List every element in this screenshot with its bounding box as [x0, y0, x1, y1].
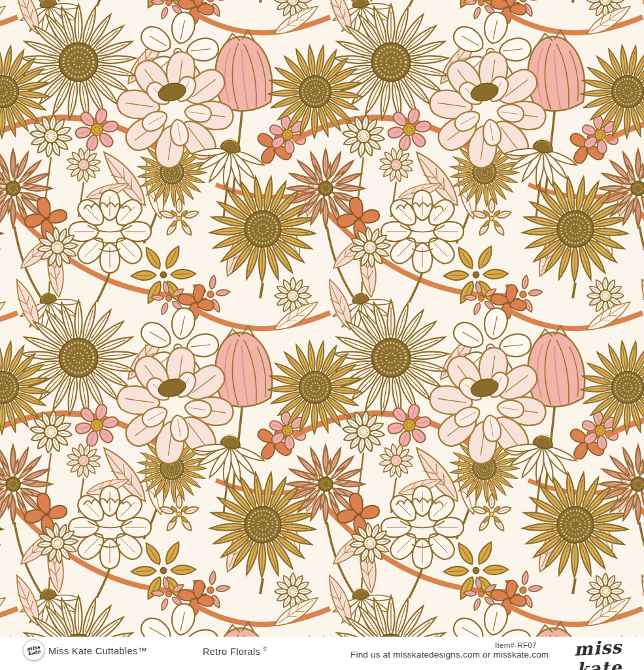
pattern-title-text: Retro Florals: [203, 646, 260, 657]
footer-bar: miss kate Miss Kate Cuttables™ Retro Flo…: [0, 637, 644, 670]
item-number: Item#-RF07: [495, 641, 537, 649]
pattern-title: Retro Florals©: [203, 646, 267, 657]
brand-name: Miss Kate Cuttables™: [48, 646, 147, 656]
brand-stamp-logo-icon: miss kate: [21, 637, 46, 662]
copyright-symbol: ©: [263, 646, 267, 652]
floral-pattern-artwork: [0, 0, 644, 637]
pattern-sheet: miss kate Miss Kate Cuttables™ Retro Flo…: [0, 0, 644, 670]
miss-kate-script-logo: miss kate: [556, 636, 640, 670]
logo-line-2: kate: [27, 649, 41, 656]
find-us-text: Find us at misskatedesigns.com or misska…: [350, 650, 549, 660]
pattern-fill-area: [0, 0, 644, 637]
